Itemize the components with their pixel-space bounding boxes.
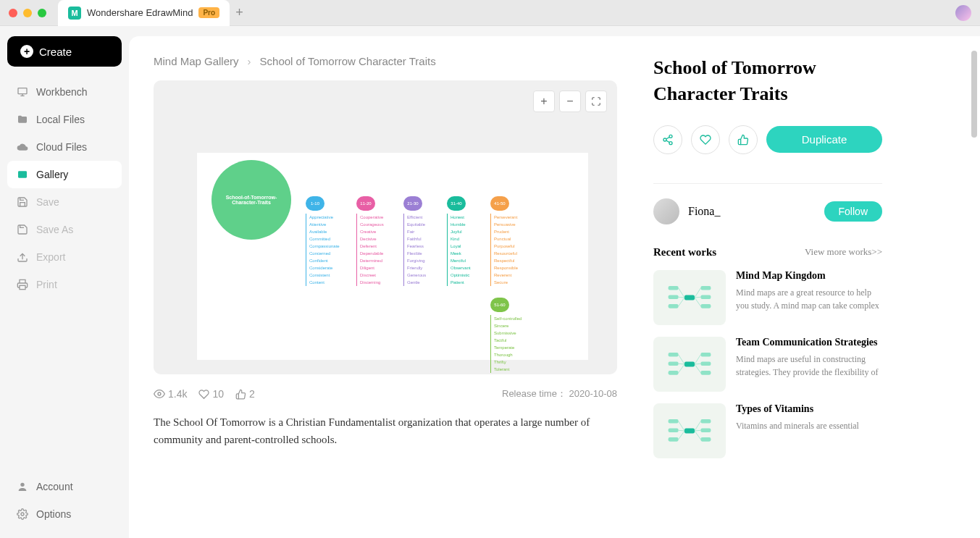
mindmap-trait: Thorough bbox=[494, 351, 534, 358]
mindmap-trait: Secure bbox=[494, 279, 534, 286]
stats-row: 1.4k 10 2 Release time： 2020-10-08 bbox=[154, 387, 617, 400]
new-tab-button[interactable]: + bbox=[235, 5, 243, 20]
likes-stat: 10 bbox=[198, 388, 224, 400]
sidebar-item-label: Gallery bbox=[36, 169, 68, 180]
sidebar-item-print[interactable]: Print bbox=[7, 271, 122, 298]
svg-line-22 bbox=[679, 287, 684, 297]
svg-line-37 bbox=[679, 364, 684, 373]
svg-line-26 bbox=[695, 297, 700, 298]
sidebar-item-label: Print bbox=[36, 279, 57, 290]
pro-badge: Pro bbox=[198, 7, 219, 18]
mindmap-trait: Merciful bbox=[451, 257, 490, 264]
work-item[interactable]: Types of Vitamins Vitamins and minerals … bbox=[653, 403, 882, 458]
sidebar-item-cloud-files[interactable]: Cloud Files bbox=[7, 133, 122, 161]
zoom-out-button[interactable]: − bbox=[559, 91, 581, 112]
follow-button[interactable]: Follow bbox=[824, 201, 882, 222]
svg-point-13 bbox=[663, 138, 666, 141]
mindmap-trait: Available bbox=[309, 228, 349, 235]
svg-point-9 bbox=[20, 483, 24, 487]
svg-rect-6 bbox=[18, 88, 27, 94]
sidebar-item-gallery[interactable]: Gallery bbox=[7, 161, 122, 188]
svg-rect-18 bbox=[669, 304, 679, 308]
svg-line-40 bbox=[695, 364, 700, 373]
mindmap-column: 51-60Self-controlledSincereSubmissiveTac… bbox=[490, 298, 534, 373]
share-button[interactable] bbox=[653, 125, 682, 154]
recent-works-title: Recent works bbox=[653, 246, 716, 259]
mindmap-trait: Deferent bbox=[360, 243, 400, 250]
scrollbar[interactable] bbox=[971, 51, 977, 138]
svg-rect-8 bbox=[20, 285, 25, 289]
mindmap-trait: Joyful bbox=[451, 228, 490, 235]
mindmap-trait: Temperate bbox=[494, 344, 534, 351]
options-icon bbox=[16, 508, 29, 521]
mindmap-trait: Compassionate bbox=[309, 243, 349, 250]
fullscreen-button[interactable] bbox=[585, 91, 607, 112]
duplicate-button[interactable]: Duplicate bbox=[766, 126, 882, 153]
action-row: Duplicate bbox=[653, 125, 882, 169]
window-controls bbox=[9, 9, 46, 17]
author-name[interactable]: Fiona_ bbox=[688, 205, 816, 218]
work-description: Vitamins and minerals are essential bbox=[736, 419, 882, 432]
svg-rect-32 bbox=[700, 353, 711, 357]
like-button[interactable] bbox=[729, 125, 758, 154]
work-item[interactable]: Team Communication Strategies Mind maps … bbox=[653, 337, 882, 392]
author-avatar[interactable] bbox=[653, 198, 679, 224]
svg-rect-30 bbox=[669, 361, 679, 366]
breadcrumb-root[interactable]: Mind Map Gallery bbox=[154, 55, 239, 67]
views-stat: 1.4k bbox=[154, 388, 187, 400]
mindmap-trait: Humble bbox=[451, 221, 490, 228]
work-title: Team Communication Strategies bbox=[736, 337, 882, 348]
app-tab[interactable]: M Wondershare EdrawMind Pro bbox=[58, 0, 230, 26]
user-avatar[interactable] bbox=[955, 5, 971, 21]
svg-line-25 bbox=[695, 287, 700, 297]
mindmap-items: PerseverantPersuasivePrudentPunctualPurp… bbox=[490, 214, 534, 286]
work-item[interactable]: Mind Map Kingdom Mind maps are a great r… bbox=[653, 270, 882, 325]
app-tab-title: Wondershare EdrawMind bbox=[87, 7, 193, 18]
svg-line-38 bbox=[695, 354, 700, 363]
mindmap-canvas[interactable]: School-of-Tomorrow-Character-Traits 1-10… bbox=[197, 153, 588, 360]
mindmap-trait: Faithful bbox=[407, 235, 447, 243]
sidebar-item-export[interactable]: Export bbox=[7, 243, 122, 271]
favorite-button[interactable] bbox=[691, 125, 720, 154]
mindmap-range-node: 31-40 bbox=[447, 196, 466, 211]
mindmap-trait: Concerned bbox=[309, 250, 349, 257]
release-info: Release time： 2020-10-08 bbox=[502, 387, 617, 400]
save-as-icon bbox=[16, 223, 29, 236]
gallery-icon bbox=[16, 168, 29, 181]
sidebar-item-label: Local Files bbox=[36, 114, 85, 125]
sidebar-item-save[interactable]: Save bbox=[7, 188, 122, 216]
view-more-link[interactable]: View more works>> bbox=[805, 246, 882, 258]
sidebar-item-label: Account bbox=[36, 481, 73, 492]
titlebar: M Wondershare EdrawMind Pro + bbox=[0, 0, 980, 26]
mindmap-trait: Flexible bbox=[407, 250, 447, 257]
mindmap-trait: Optimistic bbox=[451, 272, 490, 279]
close-window-button[interactable] bbox=[9, 9, 17, 17]
svg-line-50 bbox=[679, 431, 684, 440]
sidebar-item-account[interactable]: Account bbox=[7, 473, 122, 500]
mindmap-trait: Diligent bbox=[360, 264, 400, 272]
plus-icon: + bbox=[20, 45, 33, 58]
recent-works-header: Recent works View more works>> bbox=[653, 246, 882, 259]
svg-rect-41 bbox=[684, 428, 695, 433]
mindmap-trait: Respectful bbox=[494, 257, 534, 264]
minimize-window-button[interactable] bbox=[23, 9, 32, 17]
mindmap-trait: Submissive bbox=[494, 329, 534, 337]
sidebar-item-workbench[interactable]: Workbench bbox=[7, 78, 122, 106]
maximize-window-button[interactable] bbox=[38, 9, 46, 17]
sidebar-item-local-files[interactable]: Local Files bbox=[7, 106, 122, 133]
mindmap-column: 11-20CooperativeCourageousCreativeDecisi… bbox=[356, 196, 400, 286]
sidebar-item-save-as[interactable]: Save As bbox=[7, 216, 122, 243]
thumbs-up-icon bbox=[235, 389, 246, 400]
mindmap-column: 21-30EfficientEquitableFairFaithfulFearl… bbox=[403, 196, 447, 286]
create-label: Create bbox=[39, 46, 72, 58]
create-button[interactable]: + Create bbox=[7, 36, 122, 67]
sidebar-item-options[interactable]: Options bbox=[7, 500, 122, 528]
divider bbox=[653, 183, 882, 184]
likes-count: 10 bbox=[212, 388, 224, 400]
mindmap-trait: Appreciative bbox=[309, 214, 349, 221]
work-title: Types of Vitamins bbox=[736, 403, 882, 415]
mindmap-trait: Discreet bbox=[360, 272, 400, 279]
print-icon bbox=[16, 278, 29, 291]
mindmap-trait: Perseverant bbox=[494, 214, 534, 221]
zoom-in-button[interactable]: + bbox=[533, 91, 555, 112]
